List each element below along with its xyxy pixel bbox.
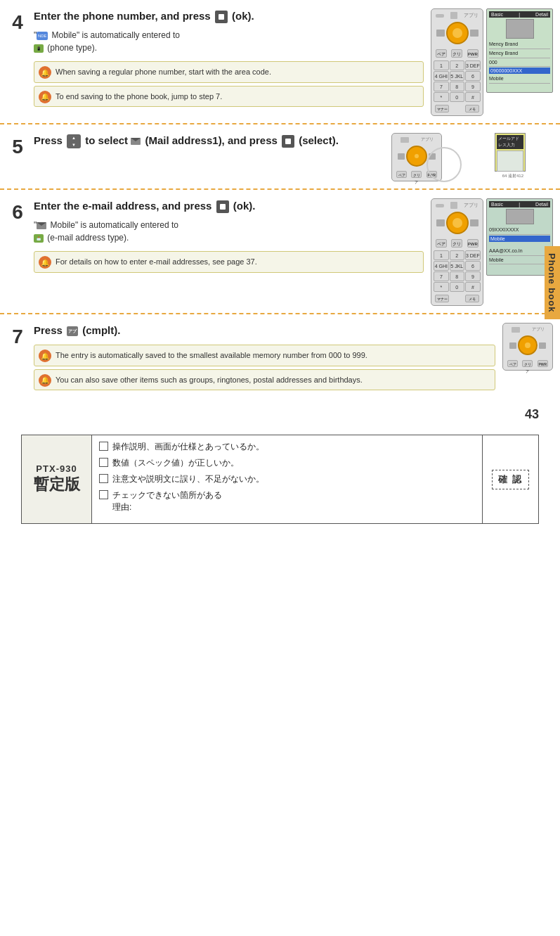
step-6-images: アプリ ペア クリア PWR 1 2 ABC 3 DEF 4 GHI 5 JKL (431, 198, 553, 306)
tip-icon-2: 🔔 (39, 91, 51, 103)
page-number: 43 (0, 397, 560, 428)
step-4-images: アプリ ペア クリア PWR 1 2 ABC 3 DEF 4 GHI 5 JKL (431, 8, 553, 116)
email-type-icon: 📩 (34, 234, 44, 243)
screen-mockup-4: Basic | Detail Mency Brand Mency Brand 0… (486, 8, 553, 93)
screen-photo (506, 19, 534, 39)
checkbox-3[interactable] (99, 474, 108, 483)
screen-line-4: Mobile (489, 75, 550, 84)
key6-0: 0 (450, 282, 464, 292)
phone-bottom-4: マナー メモ (434, 105, 481, 113)
key-3: 3 DEF (465, 60, 481, 70)
step-6-instruction: Enter the e-mail address, and press (ok)… (34, 198, 424, 213)
check-item-3: 注意文や説明文に誤り、不足がないか。 (99, 473, 475, 485)
step-5-content: Press to select (Mail address1), and pre… (28, 133, 386, 181)
appli-icon-7: アプ (67, 326, 78, 336)
phone-center-spacer (452, 105, 462, 113)
phone-row-buttons-4: ペア クリア PWR (434, 49, 481, 58)
nde-icon: NDE (37, 32, 48, 40)
key-1: 1 (434, 60, 449, 70)
key6-2: 2 ABC (450, 250, 464, 260)
step-7-images: アプリ ペア クリア PWR (502, 323, 553, 390)
phone-7-nav (518, 335, 538, 355)
phone-6-clear: クリア (451, 239, 462, 248)
tip-7-1: 🔔 The entry is automatically saved to th… (34, 345, 495, 366)
step-6-number: 6 (7, 198, 28, 306)
key6-7: 7 PQRS (434, 271, 449, 281)
tip-icon-6: 🔔 (39, 256, 51, 269)
step-5-instruction: Press to select (Mail address1), and pre… (34, 133, 386, 148)
screen-5-input (497, 150, 523, 172)
conf-right: 確 認 (482, 435, 538, 523)
key-9: 9 WXYZ (465, 82, 481, 91)
screen-5-body: 64 遠射412 (497, 150, 523, 179)
phone-7-pair: ペア (507, 360, 518, 367)
phone-5-btn-pair: ペア (396, 171, 407, 178)
phone-6-nav (446, 212, 469, 234)
step-7-section: 7 Press アプ (cmplt). 🔔 The entry is autom… (0, 314, 560, 397)
conf-middle: 操作説明、画面が仕様とあっているか。 数値（スペック値）が正しいか。 注意文や説… (92, 435, 482, 523)
phone-7-pwr: PWR (538, 360, 548, 367)
ok-btn-6 (216, 200, 229, 213)
step-4-instruction: Enter the phone number, and press (ok). (34, 8, 424, 23)
appli-label: アプリ (464, 12, 478, 19)
key6-hash: # (465, 282, 481, 292)
tip-4-2: 🔔 To end saving to the phone book, jump … (34, 86, 424, 108)
screen-6-highlight: Mobile (489, 236, 550, 242)
phone-7-appli: アプリ (532, 326, 545, 333)
phone-5-btn-clear: クリア (411, 171, 422, 178)
screen-6-l1: 09XXXIXXXX (489, 226, 550, 235)
checkbox-4[interactable] (99, 490, 108, 499)
screen-6-title: Basic | Detail (489, 201, 550, 207)
step-4-sub: "NDE Mobile" is automatically entered to… (34, 29, 424, 54)
tip-icon-7-1: 🔔 (39, 350, 51, 362)
step-4-number: 4 (7, 8, 28, 116)
phone-btn-pwr: PWR (467, 49, 478, 58)
key-7: 7 PQRS (434, 82, 449, 91)
screen-6: Basic | Detail 09XXXIXXXX Mobile AAA@XX.… (486, 198, 553, 276)
phone-7-nav-area (505, 335, 550, 355)
step-7-instruction: Press アプ (cmplt). (34, 323, 495, 338)
screen-6-photo (506, 209, 534, 224)
key-4: 4 GHI (434, 71, 449, 81)
key-hash: # (465, 92, 481, 102)
side-tab: Phone book (545, 246, 560, 319)
nav-icon-5 (67, 134, 81, 148)
phone-6-pair: ペア (436, 239, 447, 248)
phone-5-nav-hl (412, 152, 421, 160)
screen-6-l2: AAA@XX.co.In (489, 247, 550, 256)
phone-6-slot (450, 202, 457, 209)
screen-title-bar-4: Basic | Detail (489, 11, 550, 18)
phone-6-nav-center (452, 218, 462, 228)
phone-btn-pair: ペア (436, 49, 447, 58)
screen-5: メールアドレス入力 64 遠射412 (495, 133, 526, 172)
key6-8: 8 TUV (450, 271, 464, 281)
step-7-number: 7 (7, 323, 28, 390)
step-6-content: Enter the e-mail address, and press (ok)… (28, 198, 424, 306)
key-star: * (434, 92, 449, 102)
conf-model: PTX-930 (36, 463, 77, 474)
key6-6: 6 MNO (465, 261, 481, 271)
step-4-content: Enter the phone number, and press (ok). … (28, 8, 424, 116)
conf-left: PTX-930 暫定版 (22, 435, 92, 523)
checkbox-1[interactable] (99, 442, 108, 451)
phone-keypad-4: 1 2 ABC 3 DEF 4 GHI 5 JKL 6 MNO 7 PQRS 8… (434, 60, 481, 102)
checkbox-2[interactable] (99, 458, 108, 467)
phone-btn-clear: クリア (451, 49, 462, 58)
tip-4-1: 🔔 When saving a regular phone number, st… (34, 61, 424, 83)
phone-5-top: アプリ (394, 136, 439, 143)
phone-7-btns: ペア クリア PWR (505, 360, 550, 367)
check-item-2: 数値（スペック値）が正しいか。 (99, 457, 475, 469)
screen-line-2: Mency Brand (489, 49, 550, 58)
phone-6-nav-row (434, 212, 481, 234)
phone-6-icon-r (470, 219, 478, 226)
phone-7-clear: クリア (522, 360, 533, 367)
phone-6-row-btns: ペア クリア PWR (434, 239, 481, 248)
mail-icon-6 (37, 222, 46, 229)
key6-1: 1 (434, 250, 449, 260)
phone-6-icon-l (436, 219, 445, 226)
phone-7-speaker (512, 327, 520, 333)
phone-5-icon-l (398, 153, 405, 160)
key-8: 8 TUV (450, 82, 464, 91)
phone-7-l (509, 342, 516, 349)
tip-7-2: 🔔 You can also save other items such as … (34, 369, 495, 391)
